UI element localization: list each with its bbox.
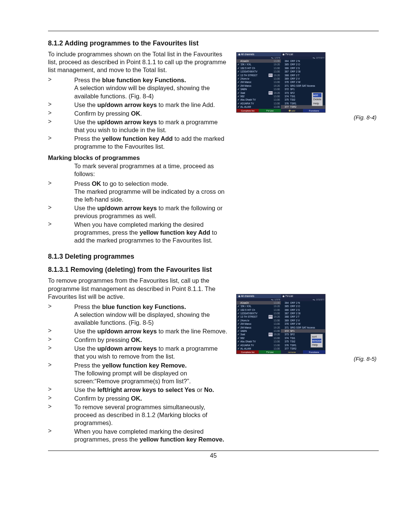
caption-8-5: (Fig. 8-5) — [236, 356, 376, 362]
footer-red: Complete list — [237, 350, 259, 354]
figure-8-5: ◉ All channels◉ TV-List▾▴ 1/378▾▴ 372/37… — [236, 294, 326, 354]
footer-blue: Functions — [303, 350, 325, 354]
step-marker: > — [48, 180, 58, 203]
step-item: >Press the blue function key Functions.A… — [48, 303, 228, 327]
step-text: Confirm by pressing OK. — [74, 395, 228, 402]
footer-red: Complete list — [237, 109, 259, 112]
step-item: >Use the up/down arrow keys to mark a pr… — [48, 118, 228, 134]
step-item: >When you have completed marking the des… — [48, 428, 228, 443]
tab-tv-list: ◉ TV-List — [281, 294, 325, 298]
footer-green: TV-List — [259, 109, 281, 112]
step-item: >Press OK to go to selection mode.The ma… — [48, 180, 228, 203]
tab-all-channels: ◉ All channels — [237, 53, 281, 56]
left-pane: A1sa1h13.0E✓'ZIK / XXL19.2E✓102.5 HIT Ch… — [237, 301, 281, 351]
figure-column: ◉ All channels◉ TV-List▾▴ 1/378▾▴ 377/37… — [236, 39, 379, 445]
step-marker: > — [48, 221, 58, 244]
figure-8-4: ◉ All channels◉ TV-List▾▴ 1/378▾▴ 377/37… — [236, 52, 326, 113]
intro-8-1-2: To include programmes shown on the Total… — [48, 50, 228, 74]
step-marker: > — [48, 327, 58, 335]
step-item: >Use the up/down arrow keys to mark a pr… — [48, 345, 228, 360]
step-text: Press the yellow function key Remove.The… — [74, 362, 228, 385]
step-item: >Confirm by pressing OK. — [48, 110, 228, 118]
footer-yellow: remove — [281, 350, 303, 354]
step-marker: > — [48, 110, 58, 118]
step-item: >Use the up/down arrow keys to mark the … — [48, 101, 228, 109]
step-text: Press the yellow function key Add to add… — [74, 135, 228, 151]
step-marker: > — [48, 76, 58, 100]
left-count: ▾▴ 1/378 — [237, 298, 281, 301]
step-item: >Press the yellow function key Remove.Th… — [48, 362, 228, 385]
step-text: When you have completed marking the desi… — [74, 428, 228, 443]
step-text: Confirm by pressing OK. — [74, 110, 228, 118]
step-text: Use the up/down arrow keys to mark the l… — [74, 101, 228, 109]
step-item: >To remove several programmes simultaneo… — [48, 403, 228, 427]
footer-yellow: ➊ add — [281, 109, 303, 112]
heading-8-1-3-1: 8.1.3.1 Removing (deleting) from the Fav… — [48, 266, 228, 274]
footer-green: TV-List — [259, 350, 281, 354]
step-item: >Press the yellow function key Add to ad… — [48, 135, 228, 151]
heading-8-1-3: 8.1.3 Deleting programmes — [48, 253, 228, 261]
left-count: ▾▴ 1/378 — [237, 56, 281, 59]
left-pane: A1sa1h13.0E✓'ZIK / XXL19.2E✓102.5 HIT Ch… — [237, 59, 281, 109]
step-item: >Confirm by pressing OK. — [48, 336, 228, 344]
step-item: >Press the blue function key Functions.A… — [48, 76, 228, 100]
page-number: 45 — [48, 452, 379, 459]
step-marker: > — [48, 395, 58, 402]
step-text: Press the blue function key Functions.A … — [74, 303, 228, 327]
step-text: Use the left/right arrow keys to select … — [74, 386, 228, 394]
step-text: Use the up/down arrow keys to mark the f… — [74, 204, 228, 220]
right-count: ▾▴ 377/377 — [281, 56, 325, 59]
step-marker: > — [48, 336, 58, 344]
step-marker: > — [48, 403, 58, 427]
rule-bottom — [48, 451, 379, 451]
step-marker: > — [48, 303, 58, 327]
step-marker: > — [48, 204, 58, 220]
step-text: To remove several programmes simultaneou… — [74, 403, 228, 427]
step-text: Use the up/down arrow keys to mark the l… — [74, 327, 228, 335]
step-text: Use the up/down arrow keys to mark a pro… — [74, 118, 228, 134]
step-marker: > — [48, 118, 58, 134]
tab-all-channels: ◉ All channels — [237, 294, 281, 298]
step-item: >Confirm by pressing OK. — [48, 395, 228, 402]
step-item: >Use the up/down arrow keys to mark the … — [48, 327, 228, 335]
step-marker: > — [48, 362, 58, 385]
step-text: When you have completed marking the desi… — [74, 221, 228, 244]
intro-8-1-3-1: To remove programmes from the Favourites… — [48, 277, 228, 300]
step-marker: > — [48, 386, 58, 394]
sub-heading-marking: Marking blocks of programmes — [48, 154, 228, 161]
rule-top — [48, 31, 379, 31]
step-marker: > — [48, 135, 58, 151]
footer-blue: Functions — [303, 109, 325, 112]
caption-8-4: (Fig. 8-4) — [236, 114, 376, 121]
step-item: >Use the left/right arrow keys to select… — [48, 386, 228, 394]
step-marker: > — [48, 428, 58, 443]
heading-8-1-2: 8.1.2 Adding programmes to the Favourite… — [48, 39, 228, 47]
context-menu: addDeleteHelp — [312, 92, 323, 106]
step-text: Press OK to go to selection mode.The mar… — [74, 180, 228, 203]
right-count: ▾▴ 372/377 — [281, 298, 325, 301]
step-text: Confirm by pressing OK. — [74, 336, 228, 344]
text-column: 8.1.2 Adding programmes to the Favourite… — [48, 39, 228, 445]
step-text: Use the up/down arrow keys to mark a pro… — [74, 345, 228, 360]
step-marker: > — [48, 101, 58, 109]
manual-page: 8.1.2 Adding programmes to the Favourite… — [0, 0, 405, 532]
marking-intro: To mark several programmes at a time, pr… — [48, 162, 228, 178]
step-item: >When you have completed marking the des… — [48, 221, 228, 244]
step-item: >Use the up/down arrow keys to mark the … — [48, 204, 228, 220]
step-text: Press the blue function key Functions.A … — [74, 76, 228, 100]
context-menu: sortremoveHelp — [310, 334, 323, 348]
tab-tv-list: ◉ TV-List — [281, 53, 325, 56]
step-marker: > — [48, 345, 58, 360]
